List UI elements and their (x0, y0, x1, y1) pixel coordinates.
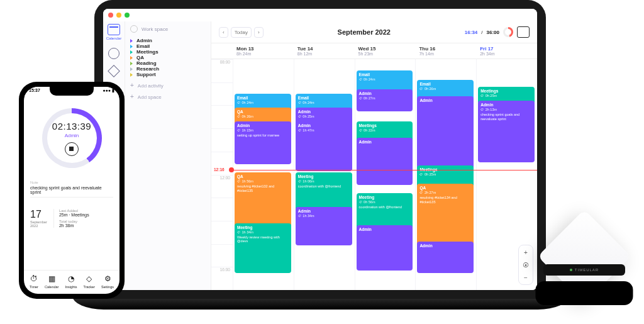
event-duration: ⏱ 0h 25m (419, 172, 471, 177)
calendar-event[interactable]: Admin (417, 96, 474, 169)
chevron-right-icon (130, 39, 133, 43)
tab-icon: ⏱ (30, 274, 38, 283)
date-picker-button[interactable] (517, 26, 530, 38)
progress-donut-icon (503, 27, 513, 37)
event-title: Admin (419, 98, 471, 103)
timer-ring: 02:13:39 Admin (42, 108, 102, 168)
event-note: resolving #ticket134 and #ticket135 (419, 196, 471, 204)
activity-label: Meetings (136, 49, 158, 55)
stop-timer-button[interactable] (65, 142, 79, 156)
tab-icon: ◔ (67, 274, 75, 283)
event-duration: ⏱ 0h 56m (359, 200, 411, 204)
add-activity-button[interactable]: + Add activity (130, 82, 206, 89)
minimize-window-icon[interactable] (116, 13, 121, 18)
note-value[interactable]: checking sprint goals and reevaluate spr… (30, 186, 113, 198)
sidebar-activity[interactable]: Research (130, 66, 206, 72)
chevron-right-icon (130, 62, 133, 65)
total-today-value: 2h 38m (59, 223, 89, 228)
event-duration: ⏱ 0h 24m (237, 101, 289, 105)
calendar-event[interactable]: QA ⏱ 1h 56m resolving #ticket132 and #ti… (235, 172, 291, 227)
laptop-screen: Calendar Work space Admin (103, 9, 537, 290)
sidebar-activity[interactable]: Email (130, 43, 206, 49)
calendar-event[interactable]: Meeting ⏱ 0h 56m coordination with @fron… (357, 193, 413, 229)
date-day: 17 (30, 209, 47, 220)
chevron-right-icon (130, 67, 133, 71)
day-column[interactable]: Email ⏱ 0h 26m Admin Meetings ⏱ 0h 25m Q… (415, 59, 476, 290)
add-space-label: Add space (138, 94, 162, 100)
calendar-event[interactable]: Admin ⏱ 0h 27m (357, 89, 413, 111)
chevron-right-icon (130, 73, 133, 77)
workspace-label: Work space (142, 26, 168, 32)
rail-calendar[interactable]: Calendar (106, 24, 121, 40)
day-columns: Email ⏱ 0h 24m QA ⏱ 0h 26m Admin ⏱ 1h 15… (233, 59, 537, 290)
phone-tab[interactable]: ◔ Insights (65, 274, 77, 289)
sidebar-activity[interactable]: Admin (130, 38, 206, 43)
sidebar-activity[interactable]: Meetings (130, 49, 206, 55)
sidebar-activity[interactable]: Reading (130, 60, 206, 66)
tab-label: Calendar (45, 285, 58, 289)
calendar-event[interactable]: Meeting ⏱ 1h 06m coordination with @fron… (296, 172, 352, 211)
phone-frame: 15:37 ●●● ▮ 02:13:39 Admin Note checking… (19, 82, 125, 299)
calendar-event[interactable]: Meeting ⏱ 1h 34m Weekly review meeting w… (235, 223, 291, 273)
tab-icon: ▦ (47, 274, 56, 283)
next-week-button[interactable]: › (254, 27, 264, 38)
activity-label: Support (136, 72, 156, 77)
day-column[interactable]: Email ⏱ 0h 24m QA ⏱ 0h 26m Admin ⏱ 1h 15… (233, 59, 294, 290)
event-duration: ⏱ 0h 27m (359, 96, 411, 101)
phone-tab[interactable]: ⏱ Timer (30, 274, 38, 289)
calendar-event[interactable]: QA ⏱ 2h 27m resolving #ticket134 and #ti… (417, 184, 474, 245)
event-title: Email (237, 96, 289, 101)
tracker-brand-strip: TIMEULAR (543, 264, 625, 276)
calendar-event[interactable]: Admin (357, 138, 413, 186)
hour-label (211, 105, 233, 128)
maximize-window-icon[interactable] (125, 13, 130, 18)
rail-insights[interactable] (108, 48, 119, 59)
phone-tab[interactable]: ⚙ Settings (101, 274, 114, 289)
add-space-button[interactable]: + Add space (130, 94, 206, 100)
event-title: Admin (480, 103, 532, 108)
today-button[interactable]: Today (231, 27, 252, 38)
now-time-label: 12:16 (214, 167, 225, 172)
zoom-in-button[interactable]: + (521, 247, 531, 257)
tracker-led-icon (570, 269, 572, 271)
calendar-grid: 08:0012:0016:00 Email ⏱ 0h 24m QA ⏱ 0h 2… (211, 59, 537, 290)
rail-tracker[interactable] (109, 67, 118, 75)
event-note: setting up sprint for marnee (237, 133, 289, 138)
phone-tab[interactable]: ◇ Tracker (84, 274, 95, 289)
calendar-event[interactable]: Admin (357, 225, 413, 271)
day-duration: 8h 24m (236, 52, 290, 56)
calendar-icon (108, 24, 120, 35)
close-window-icon[interactable] (108, 13, 113, 18)
event-title: Meeting (298, 174, 350, 179)
event-title: QA (237, 109, 289, 115)
day-column[interactable]: Email ⏱ 0h 24m Admin ⏱ 0h 25m Admin ⏱ 1h… (294, 59, 355, 290)
sidebar-activity[interactable]: Support (130, 72, 206, 77)
workspace-row[interactable]: Work space (130, 25, 206, 33)
tab-label: Settings (101, 285, 114, 289)
hour-label (211, 128, 233, 152)
zoom-out-button[interactable]: − (521, 272, 531, 282)
calendar-event[interactable]: Admin (417, 242, 474, 273)
event-duration: ⏱ 0h 25m (298, 115, 350, 119)
goal-time: 36:00 (487, 30, 499, 35)
event-title: Admin (359, 227, 411, 232)
event-duration: ⏱ 0h 25m (480, 94, 532, 98)
day-duration: 2h 34m (480, 52, 533, 56)
prev-week-button[interactable]: ‹ (219, 27, 228, 38)
date-nav: ‹ Today › (219, 27, 264, 38)
day-header: Thu 16 7h 14m (415, 43, 476, 59)
activity-label: Reading (136, 60, 157, 66)
phone-summary: 17 September 2022 Last Added 25m · Meeti… (30, 209, 113, 228)
sidebar-activity[interactable]: QA (130, 55, 206, 60)
day-duration: 5h 23m (358, 52, 412, 56)
calendar-event[interactable]: Admin ⏱ 2h 13m checking sprint goals and… (478, 101, 535, 162)
zoom-reset-button[interactable]: ⦿ (521, 260, 531, 270)
calendar-event[interactable]: Admin ⏱ 1h 15m setting up sprint for mar… (235, 121, 291, 164)
event-title: Meeting (359, 195, 411, 200)
month-title: September 2022 (338, 28, 391, 36)
calendar-event[interactable]: Admin ⏱ 1h 47m (296, 121, 352, 171)
activity-label: Research (136, 66, 159, 72)
calendar-event[interactable]: Admin ⏱ 1h 34m (296, 207, 352, 245)
day-column[interactable]: Email ⏱ 0h 24m Admin ⏱ 0h 27m Meetings ⏱… (355, 59, 416, 290)
phone-tab[interactable]: ▦ Calendar (45, 274, 58, 289)
